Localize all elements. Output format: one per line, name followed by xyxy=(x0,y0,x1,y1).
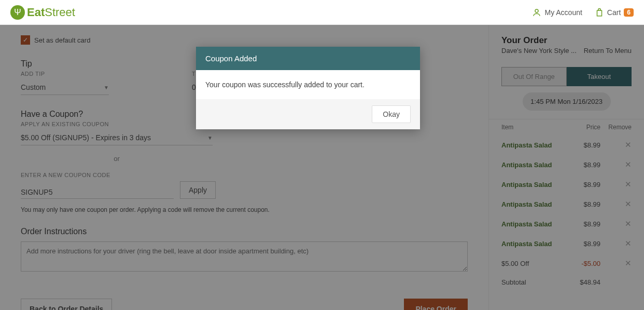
user-icon xyxy=(532,8,541,17)
modal-footer: Okay xyxy=(196,99,420,129)
cart-link[interactable]: Cart 6 xyxy=(595,8,634,17)
my-account-link[interactable]: My Account xyxy=(532,8,582,17)
my-account-label: My Account xyxy=(544,8,582,17)
modal-title: Coupon Added xyxy=(196,47,420,70)
brand-text: EatStreet xyxy=(27,6,75,19)
cart-count-badge: 6 xyxy=(624,8,634,17)
bag-icon xyxy=(595,8,604,17)
svg-point-0 xyxy=(535,9,538,12)
coupon-added-modal: Coupon Added Your coupon was successfull… xyxy=(196,47,420,129)
cart-label: Cart xyxy=(607,8,621,17)
okay-button[interactable]: Okay xyxy=(372,105,411,123)
brand-logo[interactable]: Ψ EatStreet xyxy=(10,5,75,20)
top-header: Ψ EatStreet My Account Cart 6 xyxy=(0,0,644,25)
modal-message: Your coupon was successfully added to yo… xyxy=(196,70,420,99)
header-right: My Account Cart 6 xyxy=(532,8,634,17)
fork-circle-icon: Ψ xyxy=(10,5,25,20)
